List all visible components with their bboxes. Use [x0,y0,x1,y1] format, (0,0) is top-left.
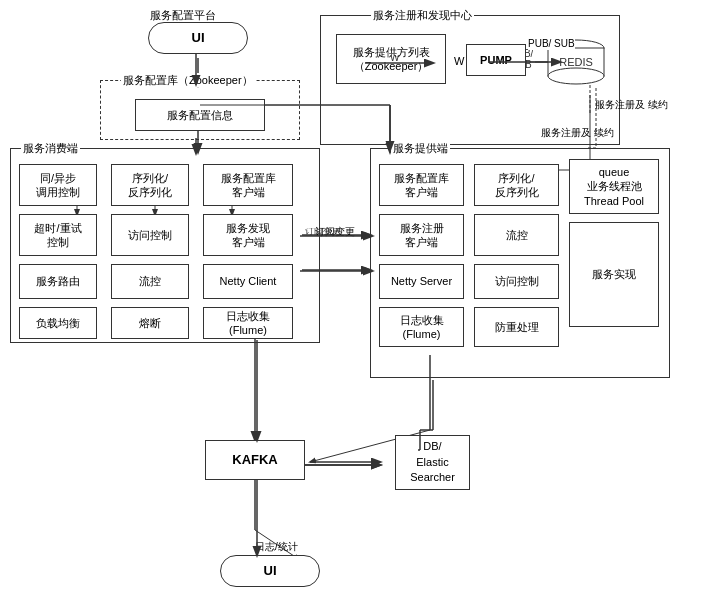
serialize2-box: 序列化/ 反序列化 [474,164,559,206]
svg-text:W: W [390,55,400,63]
flume2-kafka-arrow [418,380,598,455]
consumer-label: 服务消费端 [21,141,80,155]
flume-kafka-arrow [249,340,269,445]
zk-provider-arrow [195,95,395,155]
ui-top-box: UI [148,22,248,54]
config-client-box: 服务配置库 客户端 [203,164,293,206]
svg-text:订阅变更: 订阅变更 [305,228,341,236]
service-impl-box: 服务实现 [569,222,659,327]
log-flume1-box: 日志收集 (Flume) [203,307,293,339]
registry-center-label: 服务注册和发现中心 [371,8,474,22]
provider-group: 服务提供端 服务配置库 客户端 序列化/ 反序列化 queue 业务线程池 Th… [370,148,670,378]
access-control1-box: 访问控制 [111,214,189,256]
access-control2-box: 访问控制 [474,264,559,299]
diagram: PUB/ SUB 服务配置平台 UI 服务配置库 [0,0,705,602]
async-control-box: 同/异步 调用控制 [19,164,97,206]
kafka-ui-arrow [249,480,269,560]
ui-bottom-box: UI [220,555,320,587]
circuit-breaker-box: 熔断 [111,307,189,339]
kafka-db-arrow [305,455,395,485]
serialize-box: 序列化/ 反序列化 [111,164,189,206]
log-flume2-box: 日志收集 (Flume) [379,307,464,347]
netty-server-box: Netty Server [379,264,464,299]
kafka-box: KAFKA [205,440,305,480]
ui-zk-arrow [188,54,208,89]
pump-redis-arrow [488,54,568,74]
discovery-arrow: 订阅变更 [300,228,380,248]
flow-control1-box: 流控 [111,264,189,299]
netty-client-box: Netty Client [203,264,293,299]
config-platform-label: 服务配置平台 [148,8,218,23]
registry-sub-note: 服务注册及 续约 [595,98,668,111]
service-discovery-box: 服务发现 客户端 [203,214,293,256]
service-route-box: 服务路由 [19,264,97,299]
provider-label: 服务提供端 [391,141,450,155]
consumer-group: 服务消费端 同/异步 调用控制 序列化/ 反序列化 服务配置库 客户端 超时/重… [10,148,320,343]
config-client2-box: 服务配置库 客户端 [379,164,464,206]
load-balance-box: 负载均衡 [19,307,97,339]
timeout-retry-box: 超时/重试 控制 [19,214,97,256]
w-label: W [454,54,464,68]
flow-control2-box: 流控 [474,214,559,256]
queue-pool-box: queue 业务线程池 Thread Pool [569,159,659,214]
netty-arrow [300,263,380,283]
provlist-pump-arrow: W [365,55,440,75]
registry-client-box: 服务注册 客户端 [379,214,464,256]
anti-replay-box: 防重处理 [474,307,559,347]
pub-sub-label: PUB/ SUB [528,38,575,50]
